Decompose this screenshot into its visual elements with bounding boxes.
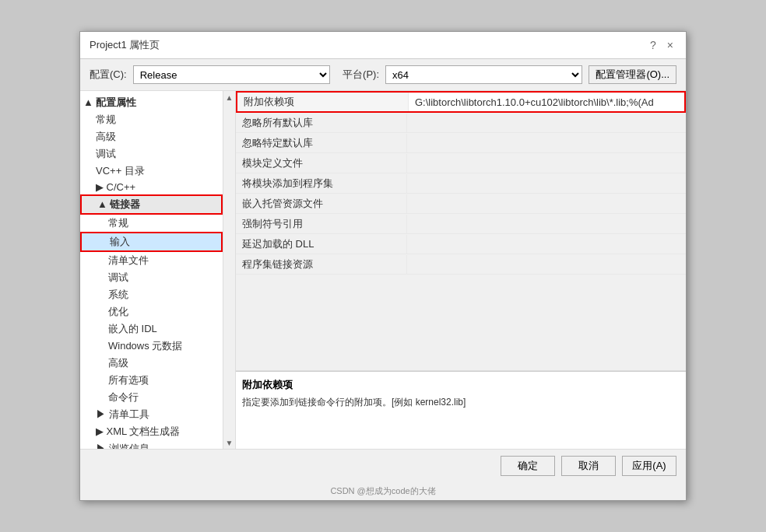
platform-select[interactable]: x64	[385, 65, 582, 84]
desc-text: 指定要添加到链接命令行的附加项。[例如 kernel32.lib]	[242, 395, 680, 409]
main-content: ▲ 配置属性常规高级调试VC++ 目录▶ C/C++▲ 链接器常规输入清单文件调…	[80, 91, 686, 449]
prop-value-8	[407, 262, 686, 267]
prop-row-1[interactable]: 忽略所有默认库	[236, 113, 686, 133]
tree-item-changgui[interactable]: 常规	[80, 111, 223, 128]
tree-item-lanyuanxinxi[interactable]: ▶ 浏览信息	[80, 440, 223, 449]
tree-item-peizhishuxing[interactable]: ▲ 配置属性	[80, 94, 223, 111]
prop-row-6[interactable]: 强制符号引用	[236, 214, 686, 234]
prop-name-4: 将模块添加到程序集	[236, 174, 407, 193]
tree-item-vcpp[interactable]: VC++ 目录	[80, 163, 223, 180]
tree-item-lj_windows[interactable]: Windows 元数据	[80, 338, 223, 355]
prop-row-8[interactable]: 程序集链接资源	[236, 254, 686, 275]
apply-button[interactable]: 应用(A)	[622, 456, 676, 476]
tree-item-qingdangongju[interactable]: ▶ 清单工具	[80, 406, 223, 423]
tree-item-lj_youhua[interactable]: 优化	[80, 303, 223, 320]
tree-item-lj_qianru[interactable]: 嵌入的 IDL	[80, 320, 223, 338]
prop-value-7	[407, 242, 686, 247]
prop-row-0[interactable]: 附加依赖项G:\libtorch\libtorch1.10.0+cu102\li…	[236, 91, 686, 113]
help-button[interactable]: ?	[647, 39, 659, 51]
tree-item-lj_gaoji[interactable]: 高级	[80, 355, 223, 372]
tree-item-label-gaoji: 高级	[96, 130, 116, 144]
config-label: 配置(C):	[90, 68, 127, 82]
props-table: 附加依赖项G:\libtorch\libtorch1.10.0+cu102\li…	[236, 91, 686, 371]
cancel-button[interactable]: 取消	[561, 456, 616, 476]
prop-value-1	[407, 121, 686, 125]
desc-area: 附加依赖项 指定要添加到链接命令行的附加项。[例如 kernel32.lib]	[236, 371, 686, 449]
tree-item-lj_qingdan[interactable]: 清单文件	[80, 252, 223, 269]
tree-item-cpp[interactable]: ▶ C/C++	[80, 180, 223, 194]
tree-item-mingling[interactable]: 命令行	[80, 389, 223, 406]
tree-item-label-cpp: ▶ C/C++	[96, 181, 135, 193]
tree-item-label-lj_suoyou: 所有选项	[108, 373, 149, 387]
tree-item-label-qingdangongju: ▶ 清单工具	[96, 408, 149, 422]
prop-name-3: 模块定义文件	[236, 154, 407, 173]
title-bar: Project1 属性页 ? ×	[80, 32, 686, 59]
dialog-title: Project1 属性页	[90, 38, 160, 52]
prop-value-5	[407, 201, 686, 206]
prop-value-2	[407, 141, 686, 145]
prop-name-8: 程序集链接资源	[236, 255, 407, 274]
prop-name-5: 嵌入托管资源文件	[236, 194, 407, 213]
property-dialog: Project1 属性页 ? × 配置(C): Release 平台(P): x…	[79, 31, 687, 501]
tree-item-tiaoshi[interactable]: 调试	[80, 145, 223, 163]
tree-scroll-down[interactable]: ▼	[223, 436, 236, 449]
tree-item-label-lj_windows: Windows 元数据	[108, 339, 182, 353]
tree-inner: ▲ 配置属性常规高级调试VC++ 目录▶ C/C++▲ 链接器常规输入清单文件调…	[80, 91, 223, 449]
prop-name-7: 延迟加载的 DLL	[236, 235, 407, 254]
tree-item-label-lj_tiaoshi: 调试	[108, 271, 128, 285]
platform-label: 平台(P):	[343, 68, 379, 82]
prop-name-1: 忽略所有默认库	[236, 114, 407, 132]
tree-item-label-changgui: 常规	[96, 113, 116, 127]
tree-item-lj_shuru[interactable]: 输入	[80, 232, 223, 252]
prop-row-3[interactable]: 模块定义文件	[236, 153, 686, 173]
tree-scrollbar: ▲ ▼	[223, 91, 235, 449]
tree-panel: ▲ 配置属性常规高级调试VC++ 目录▶ C/C++▲ 链接器常规输入清单文件调…	[80, 91, 236, 449]
footer: 确定 取消 应用(A)	[80, 449, 686, 482]
tree-item-label-lj_qianru: 嵌入的 IDL	[108, 322, 157, 336]
prop-row-4[interactable]: 将模块添加到程序集	[236, 173, 686, 194]
tree-item-label-lj_xitong: 系统	[108, 288, 128, 302]
prop-name-0: 附加依赖项	[237, 93, 409, 111]
prop-row-7[interactable]: 延迟加载的 DLL	[236, 234, 686, 254]
prop-row-5[interactable]: 嵌入托管资源文件	[236, 194, 686, 214]
tree-item-lj_changgui[interactable]: 常规	[80, 215, 223, 232]
tree-item-lj_xitong[interactable]: 系统	[80, 286, 223, 303]
prop-row-2[interactable]: 忽略特定默认库	[236, 133, 686, 153]
tree-item-label-lj_qingdan: 清单文件	[108, 254, 149, 268]
desc-title: 附加依赖项	[242, 378, 680, 392]
prop-name-6: 强制符号引用	[236, 215, 407, 233]
tree-item-label-lj_gaoji: 高级	[108, 356, 128, 370]
props-panel: 附加依赖项G:\libtorch\libtorch1.10.0+cu102\li…	[236, 91, 686, 449]
tree-item-label-vcpp: VC++ 目录	[96, 164, 145, 178]
config-select[interactable]: Release	[133, 65, 330, 84]
tree-item-lj_tiaoshi[interactable]: 调试	[80, 269, 223, 286]
prop-value-6	[407, 222, 686, 226]
prop-value-3	[407, 161, 686, 166]
tree-item-gaoji[interactable]: 高级	[80, 128, 223, 145]
tree-item-label-peizhishuxing: ▲ 配置属性	[83, 96, 136, 110]
tree-scroll-up[interactable]: ▲	[223, 91, 236, 103]
tree-item-label-lj_changgui: 常规	[108, 216, 128, 230]
close-button[interactable]: ×	[664, 39, 676, 51]
tree-item-lianjieqi[interactable]: ▲ 链接器	[80, 194, 223, 215]
tree-item-xml[interactable]: ▶ XML 文档生成器	[80, 423, 223, 440]
ok-button[interactable]: 确定	[501, 456, 555, 476]
tree-item-label-lj_shuru: 输入	[110, 235, 130, 249]
tree-item-label-tiaoshi: 调试	[96, 147, 116, 161]
watermark: CSDN @想成为code的大佬	[80, 482, 686, 500]
tree-item-lj_suoyou[interactable]: 所有选项	[80, 372, 223, 389]
prop-name-2: 忽略特定默认库	[236, 134, 407, 152]
tree-item-label-lanyuanxinxi: ▶ 浏览信息	[96, 442, 149, 449]
prop-value-0: G:\libtorch\libtorch1.10.0+cu102\libtorc…	[409, 94, 684, 110]
tree-item-label-lj_youhua: 优化	[108, 305, 128, 319]
tree-item-label-xml: ▶ XML 文档生成器	[96, 425, 180, 439]
config-row: 配置(C): Release 平台(P): x64 配置管理器(O)...	[80, 59, 686, 91]
prop-value-4	[407, 181, 686, 186]
tree-item-label-lianjieqi: ▲ 链接器	[97, 198, 140, 212]
config-manager-button[interactable]: 配置管理器(O)...	[589, 65, 676, 84]
tree-item-label-mingling: 命令行	[108, 390, 139, 404]
title-bar-actions: ? ×	[647, 39, 676, 51]
